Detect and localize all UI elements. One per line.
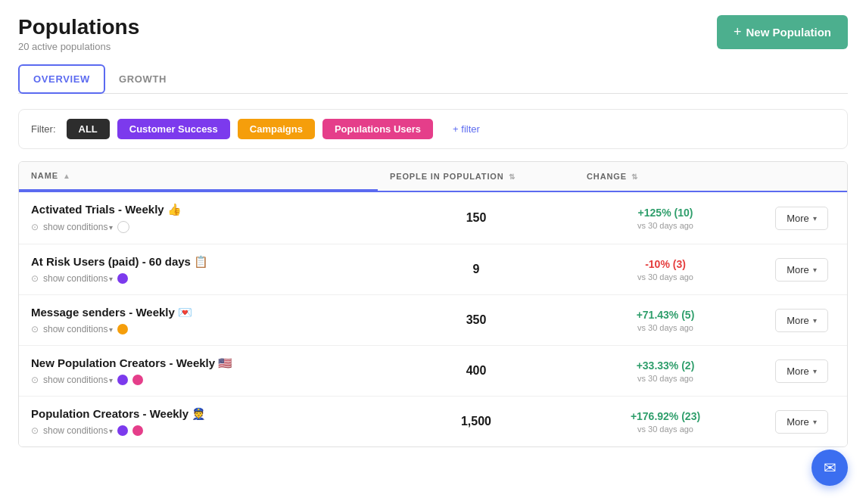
new-population-button[interactable]: + New Population (717, 15, 848, 49)
filter-campaigns-button[interactable]: Campaigns (238, 119, 315, 139)
td-name-2: At Risk Users (paid) - 60 days 📋 ⊙ show … (19, 244, 378, 294)
td-people-3: 350 (378, 295, 575, 345)
show-conditions-link-4[interactable]: show conditions ▾ (43, 375, 113, 385)
chevron-down-icon-1: ▾ (813, 214, 817, 222)
tab-overview[interactable]: OVERVIEW (18, 64, 105, 94)
change-value-4: +33.33% (2) (637, 359, 695, 372)
chevron-icon-1: ▾ (109, 223, 113, 232)
page-subtitle: 20 active populations (18, 41, 139, 52)
td-change-4: +33.33% (2) vs 30 days ago (575, 346, 756, 396)
row-conditions-5: ⊙ show conditions ▾ (31, 425, 143, 436)
td-change-3: +71.43% (5) vs 30 days ago (575, 295, 756, 345)
chevron-down-icon-5: ▾ (813, 418, 817, 426)
fab-message-button[interactable]: ✉ (811, 450, 848, 486)
change-value-5: +176.92% (23) (631, 410, 700, 422)
add-filter-button[interactable]: + filter (441, 119, 492, 139)
vs-label-5: vs 30 days ago (637, 425, 693, 434)
page-title: Populations (18, 15, 139, 39)
change-value-2: -10% (3) (645, 258, 686, 270)
table-header: NAME ▲ PEOPLE IN POPULATION ⇅ CHANGE ⇅ (19, 162, 847, 192)
tabs-bar: OVERVIEW GROWTH (18, 64, 848, 94)
row-name-3: Message senders - Weekly 💌 (31, 306, 192, 319)
show-conditions-link-5[interactable]: show conditions ▾ (43, 425, 113, 436)
th-name: NAME ▲ (19, 162, 378, 191)
conditions-clock-icon-1: ⊙ (31, 222, 39, 232)
vs-label-1: vs 30 days ago (637, 221, 693, 230)
table-row: Population Creators - Weekly 👮 ⊙ show co… (19, 397, 847, 446)
vs-label-3: vs 30 days ago (637, 323, 693, 332)
more-button-2[interactable]: More ▾ (775, 258, 828, 282)
dot-pink-4 (132, 375, 143, 385)
td-action-1: More ▾ (756, 192, 847, 244)
dot-purple-5 (117, 425, 128, 436)
conditions-clock-icon-2: ⊙ (31, 273, 39, 284)
conditions-clock-icon-3: ⊙ (31, 324, 39, 334)
row-name-5: Population Creators - Weekly 👮 (31, 407, 206, 421)
header-left: Populations 20 active populations (18, 15, 139, 52)
page-header: Populations 20 active populations + New … (18, 15, 848, 52)
sort-icon-change[interactable]: ⇅ (631, 173, 638, 181)
td-action-5: More ▾ (756, 397, 847, 446)
td-name-5: Population Creators - Weekly 👮 ⊙ show co… (19, 397, 378, 446)
chevron-icon-5: ▾ (109, 427, 113, 435)
table-row: At Risk Users (paid) - 60 days 📋 ⊙ show … (19, 244, 847, 295)
people-count-1: 150 (466, 211, 487, 225)
tab-growth[interactable]: GROWTH (105, 64, 180, 93)
chevron-down-icon-2: ▾ (813, 266, 817, 274)
vs-label-2: vs 30 days ago (637, 272, 693, 282)
more-button-4[interactable]: More ▾ (775, 359, 828, 383)
row-conditions-3: ⊙ show conditions ▾ (31, 324, 128, 334)
row-name-4: New Population Creators - Weekly 🇺🇸 (31, 356, 232, 370)
th-change: CHANGE ⇅ (575, 162, 756, 191)
page-container: Populations 20 active populations + New … (0, 0, 866, 504)
people-count-3: 350 (466, 313, 487, 327)
filter-populations-users-button[interactable]: Populations Users (322, 119, 433, 139)
td-action-3: More ▾ (756, 295, 847, 345)
vs-label-4: vs 30 days ago (637, 374, 693, 383)
td-change-2: -10% (3) vs 30 days ago (575, 244, 756, 294)
td-name-1: Activated Trials - Weekly 👍 ⊙ show condi… (19, 192, 378, 244)
chevron-icon-3: ▾ (109, 325, 113, 334)
sort-icon-people[interactable]: ⇅ (509, 173, 516, 181)
more-button-3[interactable]: More ▾ (775, 309, 828, 332)
filter-customer-success-button[interactable]: Customer Success (117, 119, 230, 139)
conditions-clock-icon-5: ⊙ (31, 425, 39, 436)
td-change-1: +125% (10) vs 30 days ago (575, 192, 756, 244)
td-change-5: +176.92% (23) vs 30 days ago (575, 397, 756, 446)
td-people-5: 1,500 (378, 397, 575, 446)
show-conditions-link-3[interactable]: show conditions ▾ (43, 324, 113, 334)
new-population-label: New Population (746, 26, 832, 39)
sort-icon-name[interactable]: ▲ (63, 172, 71, 180)
dot-yellow-3 (117, 324, 128, 334)
people-count-4: 400 (466, 364, 487, 378)
table-row: Activated Trials - Weekly 👍 ⊙ show condi… (19, 192, 847, 244)
th-actions (756, 162, 847, 191)
show-conditions-link-2[interactable]: show conditions ▾ (43, 273, 113, 284)
filter-all-button[interactable]: ALL (67, 119, 110, 139)
populations-table: NAME ▲ PEOPLE IN POPULATION ⇅ CHANGE ⇅ A… (18, 161, 848, 447)
dot-purple-2 (117, 273, 128, 284)
table-row: Message senders - Weekly 💌 ⊙ show condit… (19, 295, 847, 346)
filter-bar: Filter: ALL Customer Success Campaigns P… (18, 109, 848, 149)
change-value-1: +125% (10) (638, 207, 693, 219)
chevron-icon-2: ▾ (109, 275, 113, 283)
td-action-4: More ▾ (756, 346, 847, 396)
more-button-5[interactable]: More ▾ (775, 410, 828, 434)
conditions-clock-icon-4: ⊙ (31, 375, 39, 385)
chevron-down-icon-4: ▾ (813, 367, 817, 375)
filter-label: Filter: (31, 123, 56, 135)
td-action-2: More ▾ (756, 244, 847, 294)
dot-purple-4 (117, 375, 128, 385)
td-name-3: Message senders - Weekly 💌 ⊙ show condit… (19, 295, 378, 345)
people-count-2: 9 (473, 263, 480, 276)
chevron-down-icon-3: ▾ (813, 316, 817, 325)
row-conditions-2: ⊙ show conditions ▾ (31, 273, 128, 284)
td-people-1: 150 (378, 192, 575, 244)
show-conditions-link-1[interactable]: show conditions ▾ (43, 222, 113, 232)
more-button-1[interactable]: More ▾ (775, 207, 828, 230)
plus-icon: + (734, 24, 742, 40)
row-conditions-1: ⊙ show conditions ▾ (31, 221, 129, 233)
td-name-4: New Population Creators - Weekly 🇺🇸 ⊙ sh… (19, 346, 378, 396)
envelope-icon: ✉ (824, 459, 836, 477)
dot-pink-5 (132, 425, 143, 436)
